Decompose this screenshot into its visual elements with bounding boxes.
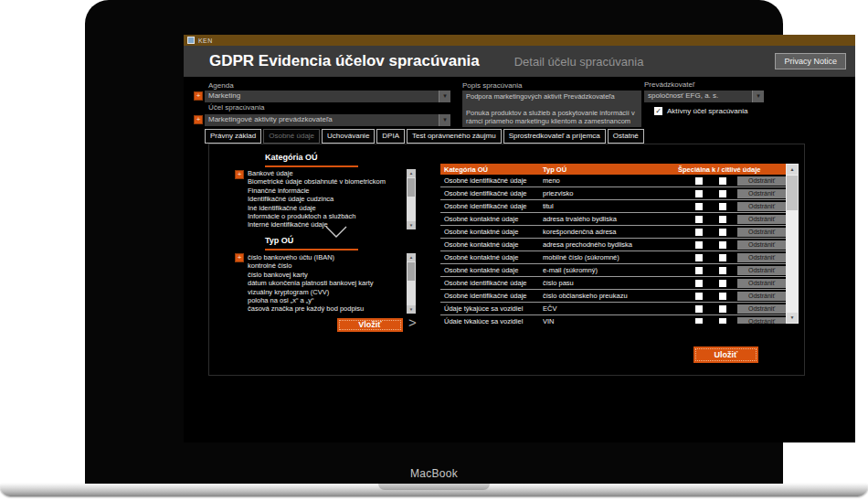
sensitive-data-checkbox[interactable] [719, 293, 726, 300]
special-category-checkbox[interactable] [695, 229, 703, 236]
add-typ-button[interactable]: + [235, 253, 244, 262]
list-item[interactable]: Finančné informácie [248, 187, 406, 195]
add-kategoria-button[interactable]: + [235, 170, 244, 179]
list-item[interactable]: vizuálny kryptogram (CVV) [248, 288, 406, 296]
special-category-checkbox[interactable] [695, 241, 703, 249]
chevron-down-icon[interactable]: ▾ [752, 91, 764, 102]
tab-bar: Právny základOsobné údajeUchovávanieDPIA… [205, 129, 644, 144]
remove-row-button[interactable]: Odstrániť [737, 317, 786, 325]
special-category-checkbox[interactable] [695, 293, 703, 300]
remove-row-button[interactable]: Odstrániť [737, 253, 786, 262]
special-category-checkbox[interactable] [695, 305, 703, 313]
remove-row-button[interactable]: Odstrániť [737, 240, 786, 250]
sensitive-data-checkbox[interactable] [719, 241, 726, 249]
remove-row-button[interactable]: Odstrániť [737, 228, 786, 237]
table-header-row: Kategória OÚ Typ OÚ Špeciálna k / citliv… [440, 164, 786, 175]
agenda-select[interactable]: Marketing ▾ [205, 91, 450, 102]
list-item[interactable]: Biometrické údaje obsiahnuté v biometric… [248, 177, 406, 186]
list-item[interactable]: dátum ukončenia platnosti bankovej karty [248, 279, 406, 287]
kategoria-listbox[interactable]: Bankové údajeBiometrické údaje obsiahnut… [248, 169, 406, 229]
sensitive-data-checkbox[interactable] [719, 177, 726, 185]
list-item[interactable]: číslo bankovej karty [248, 271, 406, 279]
remove-row-button[interactable]: Odstrániť [737, 266, 786, 275]
laptop-screen: KEN GDPR Evidencia účelov spracúvania De… [85, 0, 783, 485]
remove-row-button[interactable]: Odstrániť [737, 202, 786, 211]
special-category-checkbox[interactable] [695, 280, 703, 287]
list-item[interactable]: časová značka pre každý bod podpisu [248, 304, 406, 313]
popis-textarea[interactable]: Podpora marketingových aktivít Prevádzko… [462, 91, 641, 127]
table-row: Osobné kontaktné údajeadresa trvalého by… [440, 213, 786, 226]
cell-typ: adresa prechodného bydliska [543, 240, 678, 249]
list-item[interactable]: Bankové údaje [248, 169, 406, 177]
add-ucel-button[interactable]: + [194, 115, 203, 124]
list-item[interactable]: Identifikačné údaje cudzinca [248, 195, 406, 203]
kategoria-scrollbar[interactable]: ▲ ▼ [407, 169, 416, 229]
ucel-select[interactable]: Marketingové aktivity prevádzkovateľa ▾ [205, 114, 450, 126]
list-item[interactable]: číslo bankového účtu (IBAN) [248, 253, 406, 261]
scroll-down-icon[interactable]: ▼ [787, 313, 798, 323]
table-scrollbar[interactable]: ▲ ▼ [786, 164, 799, 324]
special-category-checkbox[interactable] [695, 190, 703, 197]
aktivny-checkbox[interactable]: ✓ [654, 107, 662, 115]
chevron-down-icon[interactable]: ▾ [439, 114, 450, 126]
special-category-checkbox[interactable] [695, 203, 703, 210]
sensitive-data-checkbox[interactable] [719, 229, 726, 236]
cell-kategoria: Osobné identifikačné údaje [440, 292, 543, 300]
cell-typ: meno [543, 176, 678, 185]
sensitive-data-checkbox[interactable] [719, 216, 726, 223]
sensitive-data-checkbox[interactable] [719, 318, 726, 325]
sensitive-data-checkbox[interactable] [719, 203, 726, 210]
cell-kategoria: Osobné kontaktné údaje [440, 215, 543, 223]
tab-dpia[interactable]: DPIA [376, 129, 405, 144]
remove-row-button[interactable]: Odstrániť [737, 279, 786, 288]
typ-listbox[interactable]: číslo bankového účtu (IBAN)kontrolné čís… [248, 253, 406, 314]
tab-pr-vny-z-klad[interactable]: Právny základ [205, 129, 261, 144]
prevadzkovatel-select[interactable]: spoločnosť EFG, a. s. ▾ [644, 91, 764, 102]
sensitive-data-checkbox[interactable] [719, 305, 726, 313]
remove-row-button[interactable]: Odstrániť [737, 304, 786, 314]
list-item[interactable]: poloha na osi „x“ a „y“ [248, 296, 406, 304]
scroll-down-icon[interactable]: ▼ [407, 221, 416, 229]
table-row: Osobné kontaktné údajemobilné číslo (súk… [440, 251, 786, 264]
scrollbar-thumb[interactable] [787, 176, 798, 210]
privacy-notice-button[interactable]: Privacy Notice [775, 53, 846, 69]
cell-kategoria: Osobné identifikačné údaje [440, 202, 543, 210]
ulozit-button[interactable]: Uložiť [693, 346, 758, 363]
remove-row-button[interactable]: Odstrániť [737, 215, 786, 224]
page-subtitle: Detail účelu spracúvania [514, 55, 644, 69]
sensitive-data-checkbox[interactable] [719, 280, 726, 287]
special-category-checkbox[interactable] [695, 318, 703, 325]
cell-kategoria: Osobné kontaktné údaje [440, 253, 543, 261]
scroll-up-icon[interactable]: ▲ [787, 165, 798, 175]
special-category-checkbox[interactable] [695, 177, 703, 185]
remove-row-button[interactable]: Odstrániť [737, 176, 786, 186]
list-item[interactable]: Informácie o produktoch a službách [248, 212, 406, 220]
sensitive-data-checkbox[interactable] [719, 190, 726, 197]
scroll-down-icon[interactable]: ▼ [407, 305, 416, 314]
special-category-checkbox[interactable] [695, 254, 703, 261]
remove-row-button[interactable]: Odstrániť [737, 292, 786, 301]
tab-sprostredkovate-a-pr-jemca[interactable]: Sprostredkovateľ a príjemca [503, 129, 606, 144]
list-item[interactable]: kontrolné číslo [248, 261, 406, 270]
special-category-checkbox[interactable] [695, 216, 703, 223]
tab-ostatn-[interactable]: Ostatné [608, 129, 644, 144]
scrollbar-thumb[interactable] [408, 262, 415, 281]
tab-osobn-daje[interactable]: Osobné údaje [263, 129, 320, 144]
add-agenda-button[interactable]: + [194, 91, 203, 101]
special-category-checkbox[interactable] [695, 267, 703, 274]
scroll-up-icon[interactable]: ▲ [407, 169, 416, 177]
tab-test-opr-vnen-ho-z-ujmu[interactable]: Test oprávneného záujmu [407, 129, 502, 144]
remove-row-button[interactable]: Odstrániť [737, 189, 786, 198]
sensitive-data-checkbox[interactable] [719, 267, 726, 274]
vlozit-button[interactable]: Vložiť [337, 318, 403, 332]
cell-typ: adresa trvalého bydliska [543, 215, 678, 223]
tab-uchov-vanie[interactable]: Uchovávanie [322, 129, 375, 144]
sensitive-data-checkbox[interactable] [719, 254, 726, 261]
list-item[interactable]: Iné identifikačné údaje [248, 204, 406, 212]
chevron-down-icon[interactable]: ▾ [439, 91, 450, 102]
scrollbar-thumb[interactable] [408, 178, 415, 197]
table-row: Osobné identifikačné údajetitulOdstrániť [440, 200, 786, 213]
typ-scrollbar[interactable]: ▲ ▼ [407, 253, 416, 314]
cell-kategoria: Údaje týkajúce sa vozidiel [440, 317, 543, 324]
scroll-up-icon[interactable]: ▲ [407, 253, 416, 261]
